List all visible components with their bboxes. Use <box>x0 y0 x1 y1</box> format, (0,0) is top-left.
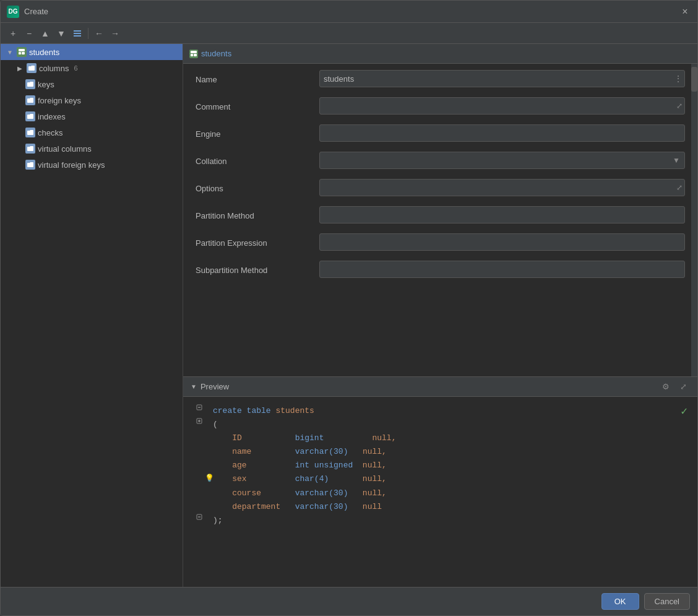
left-panel: ▼ students ▶ columns 6 <box>1 44 183 587</box>
svg-rect-8 <box>194 54 197 56</box>
folder-icon-columns <box>27 63 37 73</box>
code-close-paren: ); <box>213 514 223 527</box>
form-area: Name ⋮ Comment ⤢ Engine <box>183 64 697 376</box>
add-button[interactable]: + <box>6 26 20 41</box>
forward-button[interactable]: → <box>108 26 123 41</box>
line-marker-6-bulb: 💡 <box>205 472 213 485</box>
comment-expand-button[interactable]: ⤢ <box>676 102 683 110</box>
separator <box>88 28 88 39</box>
select-collation[interactable] <box>319 152 685 169</box>
label-collation: Collation <box>196 152 319 166</box>
svg-rect-0 <box>74 30 81 32</box>
code-line-4: name varchar(30) null, <box>193 445 687 459</box>
tree-item-virtual-columns[interactable]: virtual columns <box>1 141 183 157</box>
code-table-name: students <box>275 404 314 418</box>
bottom-bar: OK Cancel <box>1 587 697 615</box>
tree-arrow-columns[interactable]: ▶ <box>15 64 24 72</box>
form-row-engine: Engine <box>196 124 685 147</box>
preview-external-button[interactable]: ⤢ <box>676 380 690 394</box>
scrollbar-track[interactable] <box>691 64 697 376</box>
preview-settings-button[interactable]: ⚙ <box>659 380 673 394</box>
svg-rect-1 <box>74 33 81 34</box>
name-menu-button[interactable]: ⋮ <box>674 74 683 84</box>
input-subpartition-method[interactable] <box>319 261 685 278</box>
tree-label-keys: keys <box>38 80 54 89</box>
folder-icon-virtual-columns <box>25 144 35 154</box>
code-age: age int unsigned null, <box>213 459 387 472</box>
tree-label-virtual-foreign-keys: virtual foreign keys <box>38 160 105 170</box>
label-options: Options <box>196 179 319 193</box>
tab-label-students[interactable]: students <box>201 49 231 58</box>
code-department: department varchar(30) null <box>213 500 382 514</box>
code-course: course varchar(30) null, <box>213 487 387 500</box>
close-button[interactable]: × <box>679 6 691 18</box>
code-line-6: 💡 sex char(4) null, <box>193 472 687 486</box>
app-icon: DG <box>7 6 19 18</box>
code-create: create table <box>213 404 275 418</box>
tab-table-icon <box>189 50 198 58</box>
tree-item-checks[interactable]: checks <box>1 124 183 141</box>
tree-label-columns: columns <box>39 64 69 73</box>
tree-item-columns[interactable]: ▶ columns 6 <box>1 60 183 76</box>
tree-item-students-root[interactable]: ▼ students <box>1 44 183 60</box>
fold-gutter-2[interactable] <box>193 418 205 424</box>
input-comment[interactable] <box>319 97 685 115</box>
back-button[interactable]: ← <box>92 26 106 41</box>
tree-label-virtual-columns: virtual columns <box>38 144 92 154</box>
tree-label-checks: checks <box>38 128 62 137</box>
ok-button[interactable]: OK <box>601 593 639 610</box>
tab-bar: students <box>183 44 697 64</box>
code-open-paren: ( <box>213 418 218 432</box>
fold-gutter-1[interactable] <box>193 404 205 410</box>
form-row-name: Name ⋮ <box>196 70 685 92</box>
label-engine: Engine <box>196 124 319 139</box>
input-engine[interactable] <box>319 124 685 142</box>
tree-item-keys[interactable]: keys <box>1 76 183 92</box>
preview-toggle-icon: ▼ <box>191 383 197 390</box>
toolbar: + − ▲ ▼ ← → <box>1 23 697 44</box>
tree-item-virtual-foreign-keys[interactable]: virtual foreign keys <box>1 157 183 173</box>
preview-toggle-area[interactable]: ▼ Preview <box>191 382 229 391</box>
label-name: Name <box>196 70 319 84</box>
tree-item-foreign-keys[interactable]: foreign keys <box>1 92 183 108</box>
form-row-comment: Comment ⤢ <box>196 97 685 119</box>
input-name[interactable] <box>319 70 685 87</box>
table-icon <box>17 47 27 57</box>
code-line-5: age int unsigned null, <box>193 459 687 472</box>
input-options[interactable] <box>319 179 685 196</box>
preview-title: Preview <box>200 382 229 391</box>
code-line-9: ); <box>193 514 687 527</box>
svg-rect-7 <box>191 54 193 56</box>
label-subpartition-method: Subpartition Method <box>196 261 319 275</box>
code-sex: sex char(4) null, <box>213 472 387 486</box>
svg-rect-4 <box>19 52 21 54</box>
code-name: name varchar(30) null, <box>213 445 387 459</box>
remove-button[interactable]: − <box>22 26 37 41</box>
preview-header: ▼ Preview ⚙ ⤢ <box>183 377 697 397</box>
main-content: ▼ students ▶ columns 6 <box>1 44 697 587</box>
fold-gutter-9[interactable] <box>193 514 205 520</box>
code-line-8: department varchar(30) null <box>193 500 687 514</box>
input-partition-method[interactable] <box>319 206 685 223</box>
folder-icon-keys <box>25 79 35 89</box>
columns-count: 6 <box>74 64 77 72</box>
label-partition-expression: Partition Expression <box>196 233 319 248</box>
up-button[interactable]: ▲ <box>38 26 53 41</box>
tree-label-students: students <box>29 48 59 57</box>
move-button[interactable] <box>70 26 85 41</box>
options-expand-button[interactable]: ⤢ <box>676 183 683 192</box>
tree-item-indexes[interactable]: indexes <box>1 108 183 124</box>
input-partition-expression[interactable] <box>319 233 685 251</box>
scrollbar-thumb[interactable] <box>691 67 697 92</box>
folder-icon-indexes <box>25 111 35 121</box>
down-button[interactable]: ▼ <box>54 26 69 41</box>
tree-label-foreign-keys: foreign keys <box>38 96 81 105</box>
tree-arrow-expand[interactable]: ▼ <box>6 48 14 56</box>
code-id: ID bigint null, <box>213 432 396 445</box>
form-row-subpartition-method: Subpartition Method <box>196 261 685 283</box>
cancel-button[interactable]: Cancel <box>644 593 690 610</box>
dialog-title: Create <box>24 7 48 16</box>
code-line-7: course varchar(30) null, <box>193 487 687 500</box>
folder-icon-foreign-keys <box>25 95 35 105</box>
label-partition-method: Partition Method <box>196 206 319 220</box>
